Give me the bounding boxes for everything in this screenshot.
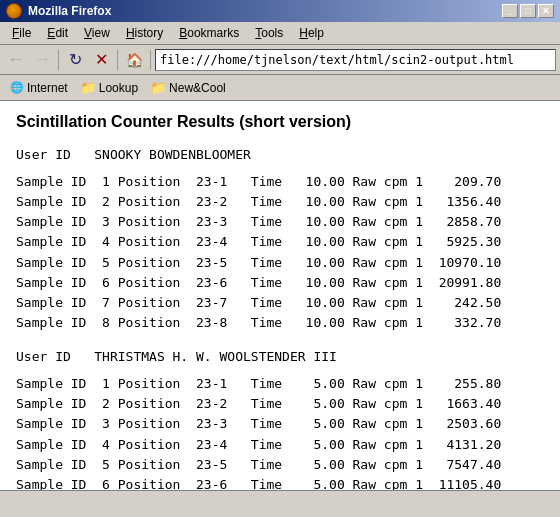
- title-bar: Mozilla Firefox _ □ ✕: [0, 0, 560, 22]
- address-input[interactable]: file:///home/tjnelson/text/html/scin2-ou…: [160, 53, 514, 67]
- menu-file[interactable]: File: [4, 24, 39, 42]
- window-controls: _ □ ✕: [502, 4, 554, 18]
- reload-button[interactable]: ↻: [63, 49, 87, 71]
- address-bar: file:///home/tjnelson/text/html/scin2-ou…: [155, 49, 556, 71]
- toolbar-separator-1: [58, 50, 59, 70]
- sample-row-u0-s1: Sample ID 2 Position 23-2 Time 10.00 Raw…: [16, 192, 544, 212]
- sample-row-u1-s4: Sample ID 5 Position 23-5 Time 5.00 Raw …: [16, 455, 544, 475]
- menu-help[interactable]: Help: [291, 24, 332, 42]
- user-row-1: User ID THRISTMAS H. W. WOOLSTENDER III: [16, 349, 544, 364]
- bookmark-internet-label: Internet: [27, 81, 68, 95]
- content-area: Scintillation Counter Results (short ver…: [0, 101, 560, 490]
- minimize-button[interactable]: _: [502, 4, 518, 18]
- sample-row-u0-s4: Sample ID 5 Position 23-5 Time 10.00 Raw…: [16, 253, 544, 273]
- sample-row-u1-s3: Sample ID 4 Position 23-4 Time 5.00 Raw …: [16, 435, 544, 455]
- users-container: User ID SNOOKY BOWDENBLOOMERSample ID 1 …: [16, 147, 544, 490]
- forward-button[interactable]: →: [30, 49, 54, 71]
- bookmark-lookup-label: Lookup: [99, 81, 138, 95]
- menu-tools[interactable]: Tools: [247, 24, 291, 42]
- bookmark-lookup[interactable]: 📁 Lookup: [76, 79, 142, 96]
- back-button[interactable]: ←: [4, 49, 28, 71]
- toolbar-separator-3: [150, 50, 151, 70]
- menu-bookmarks[interactable]: Bookmarks: [171, 24, 247, 42]
- menu-view[interactable]: View: [76, 24, 118, 42]
- sample-row-u0-s7: Sample ID 8 Position 23-8 Time 10.00 Raw…: [16, 313, 544, 333]
- sample-row-u0-s0: Sample ID 1 Position 23-1 Time 10.00 Raw…: [16, 172, 544, 192]
- menu-edit[interactable]: Edit: [39, 24, 76, 42]
- window-title: Mozilla Firefox: [28, 4, 496, 18]
- status-bar: [0, 490, 560, 512]
- lookup-folder-icon: 📁: [80, 80, 96, 95]
- sample-row-u1-s0: Sample ID 1 Position 23-1 Time 5.00 Raw …: [16, 374, 544, 394]
- close-button[interactable]: ✕: [538, 4, 554, 18]
- firefox-icon: [6, 3, 22, 19]
- page-title: Scintillation Counter Results (short ver…: [16, 113, 544, 131]
- user-row-0: User ID SNOOKY BOWDENBLOOMER: [16, 147, 544, 162]
- internet-icon: 🌐: [10, 81, 24, 94]
- menu-bar: File Edit View History Bookmarks Tools H…: [0, 22, 560, 45]
- toolbar-separator-2: [117, 50, 118, 70]
- menu-history[interactable]: History: [118, 24, 171, 42]
- newcool-folder-icon: 📁: [150, 80, 166, 95]
- sample-row-u0-s5: Sample ID 6 Position 23-6 Time 10.00 Raw…: [16, 273, 544, 293]
- toolbar: ← → ↻ ✕ 🏠 file:///home/tjnelson/text/htm…: [0, 45, 560, 75]
- sample-row-u1-s1: Sample ID 2 Position 23-2 Time 5.00 Raw …: [16, 394, 544, 414]
- sample-row-u0-s6: Sample ID 7 Position 23-7 Time 10.00 Raw…: [16, 293, 544, 313]
- bookmarks-bar: 🌐 Internet 📁 Lookup 📁 New&Cool: [0, 75, 560, 101]
- bookmark-newcool[interactable]: 📁 New&Cool: [146, 79, 230, 96]
- sample-row-u1-s2: Sample ID 3 Position 23-3 Time 5.00 Raw …: [16, 414, 544, 434]
- sample-row-u0-s2: Sample ID 3 Position 23-3 Time 10.00 Raw…: [16, 212, 544, 232]
- sample-row-u1-s5: Sample ID 6 Position 23-6 Time 5.00 Raw …: [16, 475, 544, 490]
- bookmark-newcool-label: New&Cool: [169, 81, 226, 95]
- sample-row-u0-s3: Sample ID 4 Position 23-4 Time 10.00 Raw…: [16, 232, 544, 252]
- bookmark-internet[interactable]: 🌐 Internet: [6, 80, 72, 96]
- home-button[interactable]: 🏠: [122, 49, 146, 71]
- stop-button[interactable]: ✕: [89, 49, 113, 71]
- maximize-button[interactable]: □: [520, 4, 536, 18]
